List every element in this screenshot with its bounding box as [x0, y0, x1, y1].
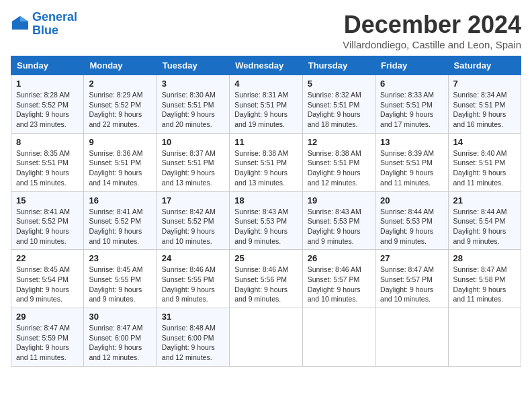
calendar-header-row: SundayMondayTuesdayWednesdayThursdayFrid… — [11, 56, 521, 75]
calendar-cell: 31Sunrise: 8:48 AM Sunset: 6:00 PM Dayli… — [157, 308, 229, 367]
calendar-cell: 7Sunrise: 8:34 AM Sunset: 5:51 PM Daylig… — [448, 75, 521, 134]
day-info: Sunrise: 8:44 AM Sunset: 5:53 PM Dayligh… — [380, 207, 443, 246]
calendar-cell: 15Sunrise: 8:41 AM Sunset: 5:52 PM Dayli… — [11, 191, 84, 250]
day-info: Sunrise: 8:41 AM Sunset: 5:52 PM Dayligh… — [89, 207, 151, 246]
day-number: 28 — [453, 253, 516, 263]
day-number: 8 — [16, 137, 79, 147]
day-number: 5 — [308, 79, 370, 89]
day-number: 2 — [89, 79, 151, 89]
calendar-cell: 10Sunrise: 8:37 AM Sunset: 5:51 PM Dayli… — [157, 133, 229, 191]
day-info: Sunrise: 8:38 AM Sunset: 5:51 PM Dayligh… — [308, 148, 370, 188]
day-info: Sunrise: 8:30 AM Sunset: 5:51 PM Dayligh… — [162, 90, 224, 130]
day-info: Sunrise: 8:39 AM Sunset: 5:51 PM Dayligh… — [380, 148, 443, 188]
day-info: Sunrise: 8:43 AM Sunset: 5:53 PM Dayligh… — [308, 207, 370, 246]
logo-text: General Blue — [32, 11, 77, 38]
day-number: 20 — [380, 195, 443, 205]
calendar-cell: 16Sunrise: 8:41 AM Sunset: 5:52 PM Dayli… — [84, 191, 157, 250]
day-info: Sunrise: 8:45 AM Sunset: 5:55 PM Dayligh… — [89, 265, 151, 304]
calendar-cell: 17Sunrise: 8:42 AM Sunset: 5:52 PM Dayli… — [157, 191, 229, 250]
calendar-cell: 23Sunrise: 8:45 AM Sunset: 5:55 PM Dayli… — [84, 250, 157, 308]
day-info: Sunrise: 8:45 AM Sunset: 5:54 PM Dayligh… — [16, 265, 79, 304]
day-number: 17 — [162, 195, 224, 205]
calendar-cell — [302, 308, 375, 367]
calendar-cell: 29Sunrise: 8:47 AM Sunset: 5:59 PM Dayli… — [11, 308, 84, 367]
day-number: 21 — [453, 195, 516, 205]
day-of-week-header: Monday — [84, 56, 157, 75]
calendar-cell: 19Sunrise: 8:43 AM Sunset: 5:53 PM Dayli… — [302, 191, 375, 250]
day-number: 29 — [16, 312, 79, 322]
day-number: 27 — [380, 253, 443, 263]
day-info: Sunrise: 8:31 AM Sunset: 5:51 PM Dayligh… — [234, 90, 297, 130]
svg-marker-1 — [20, 16, 28, 21]
calendar-week-row: 29Sunrise: 8:47 AM Sunset: 5:59 PM Dayli… — [11, 308, 521, 367]
day-info: Sunrise: 8:29 AM Sunset: 5:52 PM Dayligh… — [89, 90, 151, 130]
calendar-cell: 5Sunrise: 8:32 AM Sunset: 5:51 PM Daylig… — [302, 75, 375, 134]
day-info: Sunrise: 8:46 AM Sunset: 5:55 PM Dayligh… — [162, 265, 224, 304]
day-info: Sunrise: 8:40 AM Sunset: 5:51 PM Dayligh… — [453, 148, 516, 188]
calendar-table: SundayMondayTuesdayWednesdayThursdayFrid… — [11, 56, 521, 367]
calendar-week-row: 22Sunrise: 8:45 AM Sunset: 5:54 PM Dayli… — [11, 250, 521, 308]
svg-marker-2 — [12, 16, 20, 21]
calendar-cell: 25Sunrise: 8:46 AM Sunset: 5:56 PM Dayli… — [230, 250, 302, 308]
day-number: 24 — [162, 253, 224, 263]
calendar-cell: 4Sunrise: 8:31 AM Sunset: 5:51 PM Daylig… — [230, 75, 302, 134]
calendar-cell: 22Sunrise: 8:45 AM Sunset: 5:54 PM Dayli… — [11, 250, 84, 308]
day-of-week-header: Wednesday — [230, 56, 302, 75]
day-info: Sunrise: 8:38 AM Sunset: 5:51 PM Dayligh… — [234, 148, 297, 188]
location-title: Villardondiego, Castille and Leon, Spain — [343, 39, 521, 50]
calendar-cell: 21Sunrise: 8:44 AM Sunset: 5:54 PM Dayli… — [448, 191, 521, 250]
day-info: Sunrise: 8:47 AM Sunset: 5:59 PM Dayligh… — [16, 323, 79, 363]
day-number: 14 — [453, 137, 516, 147]
calendar-cell: 20Sunrise: 8:44 AM Sunset: 5:53 PM Dayli… — [375, 191, 448, 250]
calendar-cell: 13Sunrise: 8:39 AM Sunset: 5:51 PM Dayli… — [375, 133, 448, 191]
day-info: Sunrise: 8:35 AM Sunset: 5:51 PM Dayligh… — [16, 148, 79, 188]
calendar-cell: 12Sunrise: 8:38 AM Sunset: 5:51 PM Dayli… — [302, 133, 375, 191]
day-info: Sunrise: 8:33 AM Sunset: 5:51 PM Dayligh… — [380, 90, 443, 130]
day-number: 16 — [89, 195, 151, 205]
day-info: Sunrise: 8:46 AM Sunset: 5:56 PM Dayligh… — [234, 265, 297, 304]
calendar-cell — [230, 308, 302, 367]
day-of-week-header: Saturday — [448, 56, 521, 75]
day-number: 3 — [162, 79, 224, 89]
calendar-cell: 30Sunrise: 8:47 AM Sunset: 6:00 PM Dayli… — [84, 308, 157, 367]
logo: General Blue — [11, 11, 77, 38]
day-number: 11 — [234, 137, 297, 147]
day-number: 30 — [89, 312, 151, 322]
calendar-cell — [448, 308, 521, 367]
calendar-cell: 18Sunrise: 8:43 AM Sunset: 5:53 PM Dayli… — [230, 191, 302, 250]
day-number: 13 — [380, 137, 443, 147]
day-number: 4 — [234, 79, 297, 89]
day-info: Sunrise: 8:37 AM Sunset: 5:51 PM Dayligh… — [162, 148, 224, 188]
day-number: 6 — [380, 79, 443, 89]
calendar-body: 1Sunrise: 8:28 AM Sunset: 5:52 PM Daylig… — [11, 75, 521, 367]
calendar-week-row: 1Sunrise: 8:28 AM Sunset: 5:52 PM Daylig… — [11, 75, 521, 134]
day-info: Sunrise: 8:48 AM Sunset: 6:00 PM Dayligh… — [162, 323, 224, 363]
calendar-cell: 3Sunrise: 8:30 AM Sunset: 5:51 PM Daylig… — [157, 75, 229, 134]
calendar-cell: 14Sunrise: 8:40 AM Sunset: 5:51 PM Dayli… — [448, 133, 521, 191]
day-number: 10 — [162, 137, 224, 147]
calendar-cell: 24Sunrise: 8:46 AM Sunset: 5:55 PM Dayli… — [157, 250, 229, 308]
calendar-cell: 9Sunrise: 8:36 AM Sunset: 5:51 PM Daylig… — [84, 133, 157, 191]
day-info: Sunrise: 8:47 AM Sunset: 5:57 PM Dayligh… — [380, 265, 443, 304]
day-number: 22 — [16, 253, 79, 263]
month-title: December 2024 — [343, 11, 521, 39]
calendar-cell: 1Sunrise: 8:28 AM Sunset: 5:52 PM Daylig… — [11, 75, 84, 134]
logo-icon — [11, 15, 30, 34]
calendar-cell: 28Sunrise: 8:47 AM Sunset: 5:58 PM Dayli… — [448, 250, 521, 308]
day-of-week-header: Sunday — [11, 56, 84, 75]
day-info: Sunrise: 8:32 AM Sunset: 5:51 PM Dayligh… — [308, 90, 370, 130]
day-number: 23 — [89, 253, 151, 263]
day-number: 18 — [234, 195, 297, 205]
title-block: December 2024 Villardondiego, Castille a… — [343, 11, 521, 50]
day-info: Sunrise: 8:41 AM Sunset: 5:52 PM Dayligh… — [16, 207, 79, 246]
day-info: Sunrise: 8:47 AM Sunset: 6:00 PM Dayligh… — [89, 323, 151, 363]
calendar-cell: 26Sunrise: 8:46 AM Sunset: 5:57 PM Dayli… — [302, 250, 375, 308]
day-number: 26 — [308, 253, 370, 263]
day-number: 1 — [16, 79, 79, 89]
calendar-cell — [375, 308, 448, 367]
calendar-cell: 8Sunrise: 8:35 AM Sunset: 5:51 PM Daylig… — [11, 133, 84, 191]
day-info: Sunrise: 8:28 AM Sunset: 5:52 PM Dayligh… — [16, 90, 79, 130]
calendar-cell: 6Sunrise: 8:33 AM Sunset: 5:51 PM Daylig… — [375, 75, 448, 134]
day-number: 7 — [453, 79, 516, 89]
day-info: Sunrise: 8:43 AM Sunset: 5:53 PM Dayligh… — [234, 207, 297, 246]
